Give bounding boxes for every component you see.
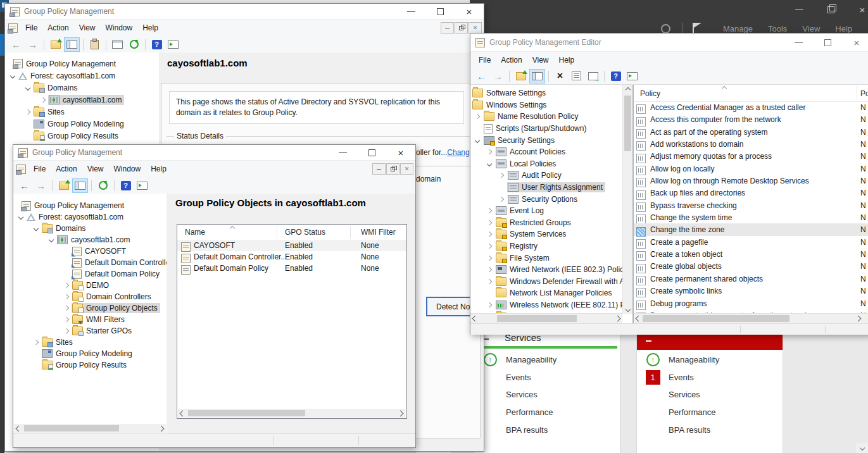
tree-item-forest-cayosoftlab1-com[interactable]: Forest: cayosoftlab1.com [13, 211, 167, 223]
tree-item-cayosoftlab1-com[interactable]: cayosoftlab1.com [5, 94, 159, 106]
tile-item-events[interactable]: 1Events [637, 369, 783, 387]
policy-item-access-credential-manager-as-a-trusted-caller[interactable]: Access Credential Manager as a trusted c… [634, 101, 868, 113]
chevron-right-icon[interactable] [484, 228, 495, 240]
policy-item-create-symbolic-links[interactable]: Create symbolic linksN [634, 285, 868, 297]
policy-item-bypass-traverse-checking[interactable]: Bypass traverse checkingN [634, 199, 868, 211]
tile-item-performance[interactable]: Performance [474, 404, 620, 421]
manageability-up-icon[interactable]: ↑ [645, 353, 661, 366]
back-button[interactable]: ← [474, 70, 489, 83]
tree-item-security-settings[interactable]: Security Settings [470, 134, 622, 146]
tree-item-security-options[interactable]: Security Options [470, 193, 622, 205]
tree-item-cayosoftlab1-com[interactable]: cayosoftlab1.com [13, 234, 167, 245]
tree-item-group-policy-results[interactable]: Group Policy Results [13, 359, 167, 371]
tree-item-audit-policy[interactable]: Audit Policy [470, 170, 622, 182]
tree-item-default-domain-policy[interactable]: Default Domain Policy [13, 268, 167, 280]
newwin-button[interactable] [135, 179, 149, 192]
tree-item-sites[interactable]: Sites [13, 337, 167, 348]
tree-item-domain-controllers[interactable]: Domain Controllers [13, 291, 167, 302]
chevron-right-icon[interactable] [61, 325, 72, 337]
titlebar[interactable]: Group Policy Management Editor × [470, 34, 868, 51]
collapse-icon[interactable] [646, 340, 651, 342]
menu-action[interactable]: Action [496, 53, 527, 67]
menu-help[interactable]: Help [146, 162, 172, 176]
window-button[interactable] [110, 38, 125, 51]
tree-item-account-policies[interactable]: Account Policies [470, 146, 622, 158]
maximize-button[interactable] [813, 34, 842, 51]
tree-item-software-settings[interactable]: Software Settings [470, 87, 622, 99]
column-header-gpo-status[interactable]: GPO Status [285, 228, 325, 237]
table-row-default-domain-controller[interactable]: Default Domain Controller...EnabledNone [177, 251, 406, 263]
help-button[interactable]: ? [149, 38, 164, 51]
tree-item-default-domain-controlle[interactable]: Default Domain Controlle [13, 257, 167, 268]
tree-item-group-policy-results[interactable]: Group Policy Results [5, 130, 159, 142]
mdi-close-button[interactable]: ✕ [400, 163, 413, 175]
chevron-down-icon[interactable] [46, 234, 56, 245]
close-button[interactable]: × [455, 4, 484, 19]
tree-item-system-services[interactable]: System Services [470, 228, 622, 240]
tile-alert[interactable]: ↑Manageability1EventsServicesPerformance… [636, 328, 783, 453]
chevron-right-icon[interactable] [61, 302, 72, 314]
mdi-minimize-button[interactable] [372, 163, 386, 175]
tree-item-windows-settings[interactable]: Windows Settings [470, 99, 622, 111]
horizontal-scrollbar[interactable] [634, 313, 868, 323]
policy-item-allow-log-on-through-remote-desktop-services[interactable]: Allow log on through Remote Desktop Serv… [634, 175, 868, 187]
close-button[interactable]: × [853, 3, 868, 16]
events-badge[interactable]: 1 [645, 370, 661, 385]
chevron-right-icon[interactable] [496, 193, 507, 205]
tile-item-bpa-results[interactable]: BPA results [474, 421, 620, 438]
fwd-button[interactable]: → [25, 38, 40, 51]
minimize-button[interactable] [396, 4, 425, 19]
up-button[interactable] [513, 70, 528, 83]
tree-item-wireless-network-ieee-802-11-pol[interactable]: Wireless Network (IEEE 802.11) Pol [470, 299, 622, 311]
menu-file[interactable]: File [28, 162, 51, 176]
tree-item-group-policy-management[interactable]: Group Policy Management [13, 200, 167, 211]
policy-item-create-global-objects[interactable]: Create global objectsN [634, 260, 868, 272]
menu-view[interactable]: View [74, 21, 101, 35]
bg-menu-manage[interactable]: Manage [723, 24, 753, 34]
tile-item-performance[interactable]: Performance [637, 404, 783, 421]
menu-file[interactable]: File [474, 53, 496, 67]
tree-button[interactable] [73, 179, 87, 192]
column-header-name[interactable]: Name [185, 228, 205, 237]
policy-item-debug-programs[interactable]: Debug programsN [634, 297, 868, 309]
chevron-down-icon[interactable] [484, 158, 495, 170]
tile-item-manageability[interactable]: ↑Manageability [474, 351, 620, 369]
chevron-right-icon[interactable] [484, 299, 495, 311]
tree-item-network-list-manager-policies[interactable]: Network List Manager Policies [470, 287, 622, 299]
tile-services[interactable]: Services ↑ManageabilityEventsServicesPer… [474, 328, 620, 453]
minimize-button[interactable] [784, 34, 813, 51]
menu-window[interactable]: Window [101, 21, 138, 35]
vertical-scrollbar[interactable] [622, 85, 632, 314]
column-header-policy-setting[interactable]: Po [860, 89, 868, 98]
chevron-right-icon[interactable] [484, 146, 495, 158]
chevron-right-icon[interactable] [31, 337, 41, 348]
tile-item-manageability[interactable]: ↑Manageability [637, 351, 783, 369]
chevron-down-icon[interactable] [8, 70, 18, 82]
horizontal-scrollbar[interactable] [178, 409, 405, 418]
chevron-right-icon[interactable] [61, 280, 72, 291]
menu-window[interactable]: Window [109, 162, 146, 176]
tree-item-event-log[interactable]: Event Log [470, 205, 622, 217]
delete-button[interactable]: × [553, 70, 567, 83]
chevron-right-icon[interactable] [484, 240, 495, 252]
titlebar[interactable]: Group Policy Management × [13, 145, 415, 160]
bg-menu-help[interactable]: Help [835, 24, 852, 34]
menu-action[interactable]: Action [51, 162, 82, 176]
menu-help[interactable]: Help [554, 53, 580, 67]
tree-item-wmi-filters[interactable]: WMI Filters [13, 314, 167, 325]
scrollbar-down-arrow[interactable] [856, 443, 868, 453]
tree-item-domains[interactable]: Domains [13, 223, 167, 234]
maximize-button[interactable] [425, 4, 455, 19]
tree-item-file-system[interactable]: File System [470, 252, 622, 264]
fwd-button[interactable]: → [491, 70, 505, 83]
tree-item-group-policy-modeling[interactable]: Group Policy Modeling [13, 348, 167, 359]
menu-view[interactable]: View [527, 53, 554, 67]
chevron-right-icon[interactable] [472, 111, 483, 123]
tree-item-group-policy-management[interactable]: Group Policy Management [5, 58, 159, 70]
clipboard-button[interactable] [87, 38, 102, 51]
bg-menu-tools[interactable]: Tools [768, 24, 787, 34]
tree-item-wired-network-ieee-802-3-policie[interactable]: Wired Network (IEEE 802.3) Policie [470, 264, 622, 276]
menu-help[interactable]: Help [137, 21, 163, 35]
chevron-right-icon[interactable] [484, 205, 495, 217]
tree-item-domains[interactable]: Domains [5, 82, 159, 94]
